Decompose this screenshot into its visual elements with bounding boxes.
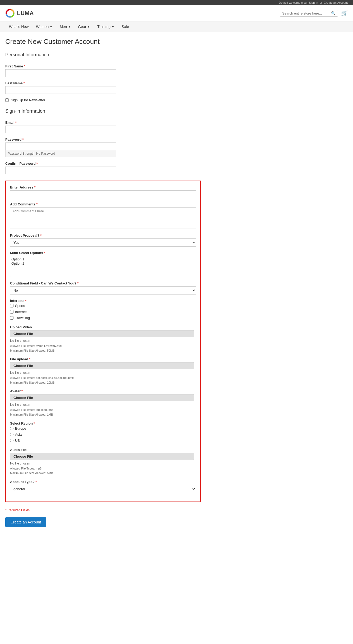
multi-option-1: Option 1 xyxy=(11,257,195,261)
region-europe-radio[interactable] xyxy=(10,427,13,430)
multi-option-2: Option 2 xyxy=(11,261,195,266)
file-upload-btn[interactable]: Choose File xyxy=(10,362,194,369)
multi-select-input[interactable]: Option 1 Option 2 xyxy=(10,256,196,277)
file-upload-note: Allowed File Types: pdf,docx,xls,xlsx,do… xyxy=(10,376,196,385)
address-input[interactable] xyxy=(10,190,196,198)
chevron-down-icon: ▼ xyxy=(68,25,71,28)
region-europe[interactable]: Europe xyxy=(10,426,196,430)
newsletter-field: Sign Up for Newsletter xyxy=(5,98,201,102)
project-label: Project Proposal?* xyxy=(10,233,196,237)
email-label: Email* xyxy=(5,121,201,125)
nav-women[interactable]: Women ▼ xyxy=(32,21,56,32)
avatar-btn[interactable]: Choose File xyxy=(10,394,194,401)
logo-text: LUMA xyxy=(17,10,34,17)
confirm-password-field: Confirm Password* xyxy=(5,162,201,174)
signin-info-section: Sign-in Information Email* Password* Pas… xyxy=(5,108,201,174)
interests-field: Interests* Sports Internet Travelling xyxy=(10,299,196,321)
comments-textarea[interactable] xyxy=(10,207,196,228)
welcome-message: Default welcome msg! xyxy=(279,1,307,4)
region-asia[interactable]: Asia xyxy=(10,433,196,436)
interest-internet-checkbox[interactable] xyxy=(10,310,13,314)
audio-note: Allowed File Types: mp3 Maximum File Siz… xyxy=(10,466,196,476)
logo[interactable]: LUMA xyxy=(5,8,34,18)
password-strength: Password Strength: No Password xyxy=(5,150,116,157)
page-title: Create New Customer Account xyxy=(5,38,201,46)
password-input[interactable] xyxy=(5,142,116,150)
top-bar: Default welcome msg! Sign In or Create a… xyxy=(0,0,353,5)
signin-section-title: Sign-in Information xyxy=(5,108,201,116)
first-name-field: First Name* xyxy=(5,64,201,77)
newsletter-label[interactable]: Sign Up for Newsletter xyxy=(11,98,45,102)
address-label: Enter Address* xyxy=(10,185,196,189)
nav-training[interactable]: Training ▼ xyxy=(94,21,118,32)
confirm-password-label: Confirm Password* xyxy=(5,162,201,165)
comments-label: Add Comments* xyxy=(10,202,196,206)
audio-area: Choose File No file chosen xyxy=(10,453,196,465)
region-us-radio[interactable] xyxy=(10,439,13,442)
personal-section-title: Personal Information xyxy=(5,52,201,60)
region-asia-radio[interactable] xyxy=(10,433,13,436)
region-us[interactable]: US xyxy=(10,439,196,443)
search-input[interactable] xyxy=(282,11,331,15)
conditional-select[interactable]: No Yes xyxy=(10,286,196,295)
create-account-link-top[interactable]: Create an Account xyxy=(324,1,348,4)
conditional-field: Conditional Field - Can We Contact You?*… xyxy=(10,281,196,295)
header-right: 🔍 🛒 xyxy=(280,10,348,17)
chevron-down-icon: ▼ xyxy=(50,25,52,28)
password-label: Password* xyxy=(5,137,201,141)
multi-select-label: Multi Select Options* xyxy=(10,251,196,255)
last-name-label: Last Name* xyxy=(5,81,201,85)
account-type-field: Account Type?* general retailer wholesal… xyxy=(10,480,196,493)
nav-men[interactable]: Men ▼ xyxy=(56,21,74,32)
first-name-label: First Name* xyxy=(5,64,201,68)
interests-label: Interests* xyxy=(10,299,196,303)
interest-sports-checkbox[interactable] xyxy=(10,304,13,307)
last-name-input[interactable] xyxy=(5,86,116,94)
account-type-select[interactable]: general retailer wholesale xyxy=(10,485,196,493)
file-upload-label: File upload* xyxy=(10,357,196,361)
region-radios: Europe Asia US xyxy=(10,426,196,444)
first-name-input[interactable] xyxy=(5,69,116,77)
upload-video-label: Upload Video xyxy=(10,325,196,329)
password-field: Password* Password Strength: No Password xyxy=(5,137,201,157)
chevron-down-icon: ▼ xyxy=(112,25,114,28)
last-name-field: Last Name* xyxy=(5,81,201,94)
upload-video-field: Upload Video Choose File No file chosen … xyxy=(10,325,196,353)
project-select[interactable]: Yes No xyxy=(10,238,196,247)
audio-field: Audio File Choose File No file chosen Al… xyxy=(10,448,196,476)
audio-btn[interactable]: Choose File xyxy=(10,453,194,460)
main-nav: What's New Women ▼ Men ▼ Gear ▼ Training… xyxy=(0,21,353,32)
cart-icon[interactable]: 🛒 xyxy=(341,10,348,16)
nav-gear[interactable]: Gear ▼ xyxy=(74,21,94,32)
confirm-password-input[interactable] xyxy=(5,167,116,174)
upload-video-note: Allowed File Types: flv,mp4,avi,wmv,dvd,… xyxy=(10,344,196,353)
email-input[interactable] xyxy=(5,126,116,133)
interest-travelling-checkbox[interactable] xyxy=(10,316,13,320)
file-upload-area: Choose File No file chosen xyxy=(10,362,196,375)
avatar-label: Avatar* xyxy=(10,389,196,393)
audio-label: Audio File xyxy=(10,448,196,452)
create-account-button[interactable]: Create an Account xyxy=(5,517,46,527)
audio-no-file: No file chosen xyxy=(10,462,30,465)
search-button[interactable]: 🔍 xyxy=(331,11,336,15)
required-note: * Required Fields xyxy=(5,508,201,512)
interest-sports[interactable]: Sports xyxy=(10,304,196,308)
interest-internet[interactable]: Internet xyxy=(10,310,196,314)
upload-video-area: Choose File No file chosen xyxy=(10,330,196,343)
header: LUMA 🔍 🛒 xyxy=(0,5,353,21)
upload-video-no-file: No file chosen xyxy=(10,339,30,343)
interests-checkboxes: Sports Internet Travelling xyxy=(10,304,196,321)
conditional-label: Conditional Field - Can We Contact You?* xyxy=(10,281,196,285)
upload-video-btn[interactable]: Choose File xyxy=(10,330,194,337)
main-content: Create New Customer Account Personal Inf… xyxy=(0,32,206,537)
nav-sale[interactable]: Sale xyxy=(118,21,133,32)
interest-travelling[interactable]: Travelling xyxy=(10,316,196,320)
personal-info-section: Personal Information First Name* Last Na… xyxy=(5,52,201,102)
email-field: Email* xyxy=(5,121,201,133)
newsletter-checkbox[interactable] xyxy=(5,98,9,102)
chevron-down-icon: ▼ xyxy=(87,25,90,28)
signin-link[interactable]: Sign In xyxy=(309,1,318,4)
avatar-field: Avatar* Choose File No file chosen Allow… xyxy=(10,389,196,417)
nav-whats-new[interactable]: What's New xyxy=(5,21,32,32)
comments-field: Add Comments* xyxy=(10,202,196,229)
